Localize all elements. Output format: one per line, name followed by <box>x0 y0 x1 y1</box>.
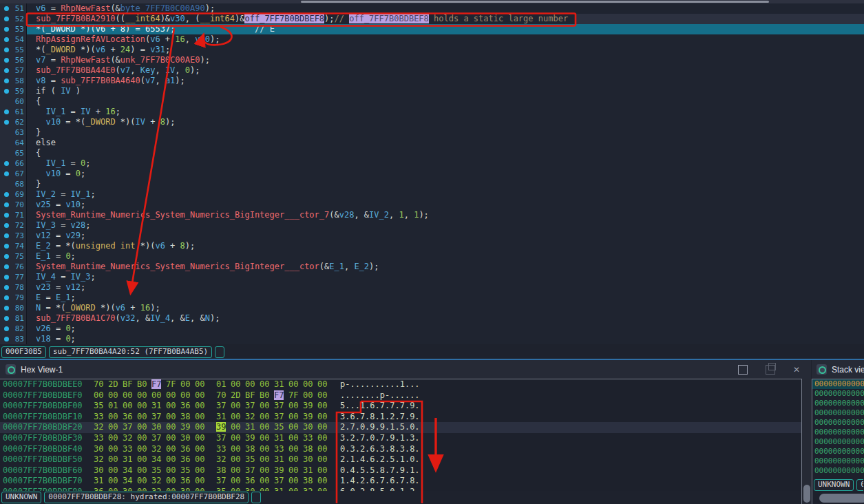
hex-byte[interactable]: 33 <box>303 433 317 444</box>
code-line-60[interactable]: 60{ <box>0 96 864 107</box>
hex-byte[interactable]: F7 <box>151 379 166 390</box>
hex-byte[interactable]: 00 <box>260 412 274 423</box>
hex-byte[interactable]: 00 <box>317 401 332 412</box>
hex-byte[interactable]: 31 <box>245 422 260 433</box>
gutter-cell[interactable]: 69 <box>0 189 26 200</box>
code-line-69[interactable]: 69IV_2 = IV_1; <box>0 189 864 200</box>
hex-byte[interactable]: 00 <box>317 390 332 401</box>
hex-row[interactable]: 00007FF7B0BDBF10330036003700380031003200… <box>0 412 801 423</box>
code-line-64[interactable]: 64else <box>0 138 864 148</box>
hex-byte[interactable]: 36 <box>180 401 195 412</box>
stack-row[interactable]: 000000000000 <box>812 418 864 428</box>
gutter-cell[interactable]: 80 <box>0 303 26 313</box>
hex-byte[interactable]: 31 <box>216 412 231 423</box>
close-icon[interactable]: ✕ <box>793 366 801 374</box>
gutter-cell[interactable]: 81 <box>0 313 26 324</box>
hex-byte[interactable]: 00 <box>288 454 303 465</box>
gutter-cell[interactable]: 53 <box>0 24 26 34</box>
hex-byte[interactable]: 00 <box>123 401 137 412</box>
hex-row[interactable]: 00007FF7B0BDBF00350100003100360037003700… <box>0 401 801 412</box>
hex-byte[interactable]: 37 <box>245 401 260 412</box>
hex-byte[interactable]: 30 <box>303 422 317 433</box>
hex-byte[interactable]: 00 <box>123 390 137 401</box>
hex-byte[interactable]: 00 <box>166 433 180 444</box>
hex-byte[interactable]: 70 <box>216 390 231 401</box>
stack-row[interactable]: 000000000000 <box>812 466 864 476</box>
highlighted-byte[interactable]: 39 <box>216 422 226 432</box>
hex-byte[interactable]: 70 <box>94 379 108 390</box>
hex-byte[interactable]: 00 <box>108 476 123 487</box>
hex-byte[interactable]: 00 <box>108 465 123 476</box>
code-line-80[interactable]: 80N = *(_OWORD *)(v6 + 16); <box>0 303 864 313</box>
hex-byte[interactable]: 33 <box>216 444 231 455</box>
hex-ascii[interactable]: 2.1.4.6.2.5.1.0. <box>340 454 420 464</box>
hex-byte[interactable]: 00 <box>195 476 209 487</box>
hex-byte[interactable]: 00 <box>231 412 245 423</box>
hex-byte[interactable]: BF <box>245 390 260 401</box>
hex-byte[interactable]: 00 <box>260 401 274 412</box>
hex-byte[interactable]: 31 <box>151 401 166 412</box>
hex-ascii[interactable]: 5...1.6.7.7.7.9. <box>340 401 420 410</box>
gutter-cell[interactable]: 77 <box>0 272 26 282</box>
hex-byte[interactable]: 00 <box>137 465 151 476</box>
hex-byte[interactable]: 00 <box>195 444 209 455</box>
hex-byte[interactable]: 00 <box>137 433 151 444</box>
hex-byte[interactable]: 00 <box>166 454 180 465</box>
hex-byte[interactable]: 00 <box>317 379 332 390</box>
hex-row[interactable]: 00007FF7B0BDBF70310034003200360037003600… <box>0 476 801 487</box>
code-line-51[interactable]: 51v6 = RhpNewFast(&byte_7FF7B0C00A90); <box>0 3 864 14</box>
hex-byte[interactable]: 37 <box>216 476 231 487</box>
hex-byte[interactable]: F7 <box>274 390 288 401</box>
code-line-66[interactable]: 66 IV_1 = 0; <box>0 158 864 169</box>
hex-byte[interactable]: 00 <box>231 379 245 390</box>
hex-byte[interactable]: 30 <box>303 454 317 465</box>
stack-row[interactable]: 000000000000 <box>812 456 864 466</box>
hex-byte[interactable]: 00 <box>231 422 245 433</box>
hex-row[interactable]: 00007FF7B0BDBEE0702DBFB0F77F000001000000… <box>0 379 801 390</box>
hex-byte[interactable]: 38 <box>245 444 260 455</box>
hex-ascii[interactable]: 3.2.7.0.7.9.1.3. <box>340 433 420 443</box>
hex-byte[interactable]: 37 <box>274 401 288 412</box>
hex-byte[interactable]: 00 <box>180 379 195 390</box>
gutter-cell[interactable]: 78 <box>0 282 26 293</box>
hex-byte[interactable]: 33 <box>94 412 108 423</box>
hex-byte[interactable]: 00 <box>166 401 180 412</box>
hex-byte[interactable]: 00 <box>303 390 317 401</box>
code-line-73[interactable]: 73v12 = v29; <box>0 231 864 241</box>
hex-byte[interactable]: 38 <box>180 412 195 423</box>
code-line-74[interactable]: 74E_2 = *(unsigned int *)(v6 + 8); <box>0 241 864 251</box>
hex-byte[interactable]: 32 <box>216 454 231 465</box>
gutter-cell[interactable]: 79 <box>0 293 26 303</box>
gutter-cell[interactable]: 66 <box>0 158 26 169</box>
hex-byte[interactable]: 00 <box>108 412 123 423</box>
gutter-cell[interactable]: 67 <box>0 169 26 179</box>
hex-byte[interactable]: 00 <box>288 379 303 390</box>
hex-byte[interactable]: 00 <box>231 454 245 465</box>
code-line-72[interactable]: 72IV_3 = v28; <box>0 220 864 231</box>
hex-byte[interactable]: 38 <box>303 444 317 455</box>
hex-byte[interactable]: 37 <box>151 412 166 423</box>
code-line-76[interactable]: 76System_Runtime_Numerics_System_Numeric… <box>0 262 864 272</box>
hex-byte[interactable]: 35 <box>94 401 108 412</box>
hex-byte[interactable]: 01 <box>216 379 231 390</box>
hex-byte[interactable]: 00 <box>195 401 209 412</box>
hex-byte[interactable]: 32 <box>94 422 108 433</box>
code-line-82[interactable]: 82v26 = 0; <box>0 324 864 334</box>
gutter-cell[interactable]: 82 <box>0 324 26 334</box>
hex-byte[interactable]: 34 <box>123 476 137 487</box>
hex-ascii[interactable]: 2.7.0.9.9.1.5.0. <box>340 422 420 432</box>
hex-byte[interactable]: 37 <box>216 401 231 412</box>
hex-byte[interactable]: 00 <box>195 422 209 433</box>
hex-byte[interactable]: 31 <box>274 454 288 465</box>
hex-byte[interactable]: 00 <box>317 465 332 476</box>
code-line-59[interactable]: 59if ( IV ) <box>0 86 864 96</box>
stack-row[interactable]: 000000000000 <box>812 399 864 408</box>
hex-byte[interactable]: 7F <box>288 390 303 401</box>
gutter-cell[interactable]: 72 <box>0 220 26 231</box>
restore-icon[interactable] <box>766 365 775 375</box>
hex-byte[interactable]: 32 <box>245 412 260 423</box>
hex-byte[interactable]: 32 <box>123 433 137 444</box>
code-line-63[interactable]: 63} <box>0 127 864 138</box>
hex-byte[interactable]: 00 <box>260 422 274 433</box>
hex-row[interactable]: 00007FF7B0BDBF30330032003700300037003900… <box>0 433 801 444</box>
